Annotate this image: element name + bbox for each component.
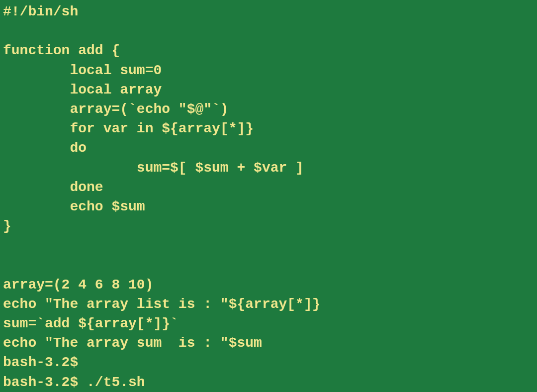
code-line: sum=$[ $sum + $var ] [3,158,534,178]
code-line: sum=`add ${array[*]}` [3,314,534,333]
code-line: done [3,178,534,197]
prompt-line[interactable]: bash-3.2$ ./t5.sh [3,373,534,392]
prompt-line[interactable]: bash-3.2$ [3,353,534,372]
code-line [3,255,534,275]
code-line: echo "The array sum is : "$sum [3,333,534,353]
code-line: #!/bin/sh [3,2,534,21]
code-line: } [3,216,534,236]
code-line: do [3,138,534,158]
code-line: array=(`echo "$@"`) [3,99,534,119]
code-line: array=(2 4 6 8 10) [3,275,534,294]
code-line [3,236,534,255]
code-line [3,21,534,41]
code-line: echo $sum [3,197,534,216]
code-line: local sum=0 [3,61,534,80]
code-line: for var in ${array[*]} [3,119,534,138]
code-line: echo "The array list is : "${array[*]} [3,294,534,314]
code-line: function add { [3,41,534,60]
code-line: local array [3,80,534,99]
